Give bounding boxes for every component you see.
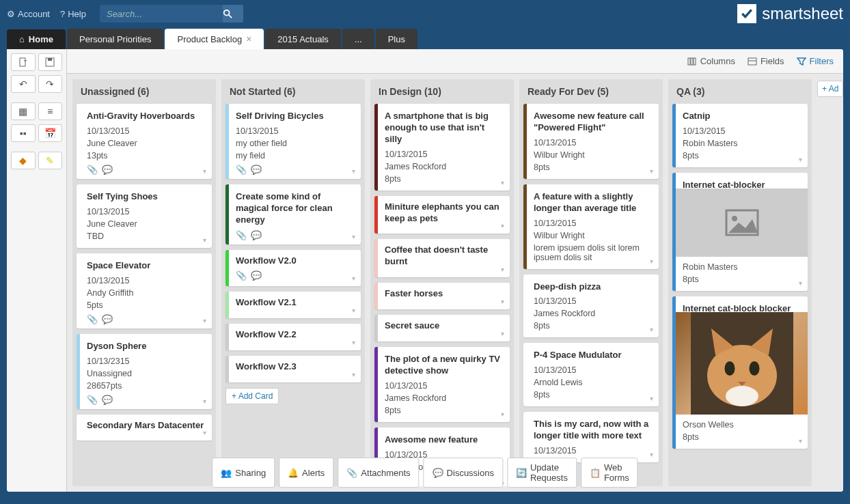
attachment-icon[interactable]: 📎 xyxy=(236,165,247,175)
card[interactable]: Workflow V2.0📎💬▾ xyxy=(225,250,361,287)
bottombar-discussions[interactable]: 💬Discussions xyxy=(424,458,503,488)
sidebar-btn-highlight[interactable]: ✎ xyxy=(38,152,63,169)
chevron-down-icon[interactable]: ▾ xyxy=(501,330,504,337)
card[interactable]: Dyson Sphere10/13/2315Unassigned28657pts… xyxy=(77,334,212,409)
card[interactable]: Workflow V2.2▾ xyxy=(225,324,361,350)
comment-icon[interactable]: 💬 xyxy=(251,230,262,240)
fields-button[interactable]: Fields xyxy=(748,56,784,66)
card[interactable]: Internet cat-blockerRobin Masters8pts▾ xyxy=(672,173,808,291)
add-column-button[interactable]: + Ad xyxy=(817,81,843,97)
chevron-down-icon[interactable]: ▾ xyxy=(650,451,653,458)
chevron-down-icon[interactable]: ▾ xyxy=(501,298,504,305)
tab-plus[interactable]: Plus xyxy=(376,29,417,49)
comment-icon[interactable]: 💬 xyxy=(251,270,262,281)
card[interactable]: Self Driving Bicycles10/13/2015my other … xyxy=(225,104,361,179)
sidebar-btn-1[interactable] xyxy=(11,53,36,71)
chevron-down-icon[interactable]: ▾ xyxy=(203,167,206,175)
card[interactable]: Self Tying Shoes10/13/2015June CleaverTB… xyxy=(77,184,212,248)
attachment-icon[interactable]: 📎 xyxy=(236,270,247,281)
card[interactable]: A smartphone that is big enough to use t… xyxy=(374,104,510,191)
card[interactable]: Workflow V2.3▾ xyxy=(225,356,361,382)
search-input[interactable] xyxy=(100,6,223,22)
card[interactable]: P-4 Space Mudulator10/13/2015Arnold Lewi… xyxy=(523,343,659,406)
chat-icon: 💬 xyxy=(433,468,443,478)
tab-personal-priorities[interactable]: Personal Priorities xyxy=(67,29,164,49)
comment-icon[interactable]: 💬 xyxy=(102,395,113,405)
chevron-down-icon[interactable]: ▾ xyxy=(352,371,355,378)
chevron-down-icon[interactable]: ▾ xyxy=(799,156,802,163)
comment-icon[interactable]: 💬 xyxy=(102,165,113,175)
column-header[interactable]: In Design (10) xyxy=(370,79,514,104)
account-link[interactable]: ⚙ Account xyxy=(7,9,50,19)
card[interactable]: Faster horses▾ xyxy=(374,283,510,309)
attachment-icon[interactable]: 📎 xyxy=(87,165,98,175)
chevron-down-icon[interactable]: ▾ xyxy=(799,279,802,287)
chevron-down-icon[interactable]: ▾ xyxy=(501,266,504,273)
bottombar-alerts[interactable]: 🔔Alerts xyxy=(279,458,333,488)
chevron-down-icon[interactable]: ▾ xyxy=(650,167,653,175)
card[interactable]: Workflow V2.1▾ xyxy=(225,292,361,318)
chevron-down-icon[interactable]: ▾ xyxy=(352,233,355,240)
tab--[interactable]: ... xyxy=(342,29,374,49)
chevron-down-icon[interactable]: ▾ xyxy=(650,257,653,265)
help-link[interactable]: ? Help xyxy=(60,9,86,19)
search-button[interactable] xyxy=(223,5,243,23)
sidebar-btn-undo[interactable]: ↶ xyxy=(11,75,36,93)
chevron-down-icon[interactable]: ▾ xyxy=(352,307,355,314)
sidebar-btn-calendar[interactable]: 📅 xyxy=(38,124,63,142)
attachment-icon[interactable]: 📎 xyxy=(236,230,247,240)
tab-2015-actuals[interactable]: 2015 Actuals xyxy=(265,29,340,49)
chevron-down-icon[interactable]: ▾ xyxy=(203,317,206,324)
sidebar-btn-layers[interactable]: ◆ xyxy=(11,152,36,169)
column-header[interactable]: Unassigned (6) xyxy=(72,79,216,104)
chevron-down-icon[interactable]: ▾ xyxy=(352,275,355,282)
card[interactable]: Miniture elephants you can keep as pets▾ xyxy=(374,196,510,234)
sidebar-btn-grid[interactable]: ▦ xyxy=(11,102,36,120)
chevron-down-icon[interactable]: ▾ xyxy=(203,397,206,405)
chevron-down-icon[interactable]: ▾ xyxy=(203,236,206,244)
chevron-down-icon[interactable]: ▾ xyxy=(203,429,206,436)
filters-button[interactable]: Filters xyxy=(797,56,834,66)
bottombar-web-forms[interactable]: 📋Web Forms xyxy=(581,458,638,488)
column-header[interactable]: QA (3) xyxy=(668,79,812,104)
sidebar-btn-save[interactable] xyxy=(38,53,63,71)
card[interactable]: Space Elevator10/13/2015Andy Griffith5pt… xyxy=(77,253,212,328)
card[interactable]: This is my card, now with a longer title… xyxy=(523,412,659,462)
tab-product-backlog[interactable]: Product Backlog× xyxy=(165,29,264,49)
chevron-down-icon[interactable]: ▾ xyxy=(501,222,504,229)
chevron-down-icon[interactable]: ▾ xyxy=(501,179,504,186)
card[interactable]: Anti-Gravity Hoverboards10/13/2015June C… xyxy=(77,104,212,179)
comment-icon[interactable]: 💬 xyxy=(102,314,113,324)
sidebar-btn-gantt[interactable]: ▪▪ xyxy=(11,124,36,142)
columns-button[interactable]: Columns xyxy=(687,56,735,66)
chevron-down-icon[interactable]: ▾ xyxy=(650,326,653,333)
card[interactable]: Create some kind of magical force for cl… xyxy=(225,184,361,244)
sidebar-btn-redo[interactable]: ↷ xyxy=(38,75,63,93)
tab-home[interactable]: ⌂ Home xyxy=(7,29,66,49)
chevron-down-icon[interactable]: ▾ xyxy=(352,339,355,346)
card[interactable]: Coffee that doesn't taste burnt▾ xyxy=(374,239,510,277)
card[interactable]: Awesome new feature call "Powered Flight… xyxy=(523,104,659,179)
column-header[interactable]: Ready For Dev (5) xyxy=(519,79,663,104)
sidebar-btn-rows[interactable]: ≡ xyxy=(38,102,63,120)
card[interactable]: Deep-dish pizza10/13/2015James Rockford8… xyxy=(523,275,659,338)
card[interactable]: Secondary Mars Datacenter▾ xyxy=(77,415,212,441)
close-icon[interactable]: × xyxy=(246,33,251,44)
chevron-down-icon[interactable]: ▾ xyxy=(650,395,653,402)
chevron-down-icon[interactable]: ▾ xyxy=(799,437,802,445)
card[interactable]: Secret sauce▾ xyxy=(374,315,510,341)
attachment-icon[interactable]: 📎 xyxy=(87,395,98,405)
bottombar-sharing[interactable]: 👥Sharing xyxy=(212,458,275,488)
column-header[interactable]: Not Started (6) xyxy=(221,79,365,104)
card[interactable]: The plot of a new quirky TV detective sh… xyxy=(374,347,510,422)
add-card-button[interactable]: + Add Card xyxy=(225,388,279,404)
bottombar-update-requests[interactable]: 🔄Update Requests xyxy=(507,458,577,488)
card[interactable]: Internet cat-block blockerOrson Welles8p… xyxy=(672,296,808,449)
attachment-icon[interactable]: 📎 xyxy=(87,314,98,324)
card[interactable]: A feature with a slightly longer than av… xyxy=(523,184,659,269)
chevron-down-icon[interactable]: ▾ xyxy=(352,167,355,175)
card[interactable]: Catnip10/13/2015Robin Masters8pts▾ xyxy=(672,104,808,167)
comment-icon[interactable]: 💬 xyxy=(251,165,262,175)
chevron-down-icon[interactable]: ▾ xyxy=(501,410,504,418)
bottombar-attachments[interactable]: 📎Attachments xyxy=(338,458,419,488)
